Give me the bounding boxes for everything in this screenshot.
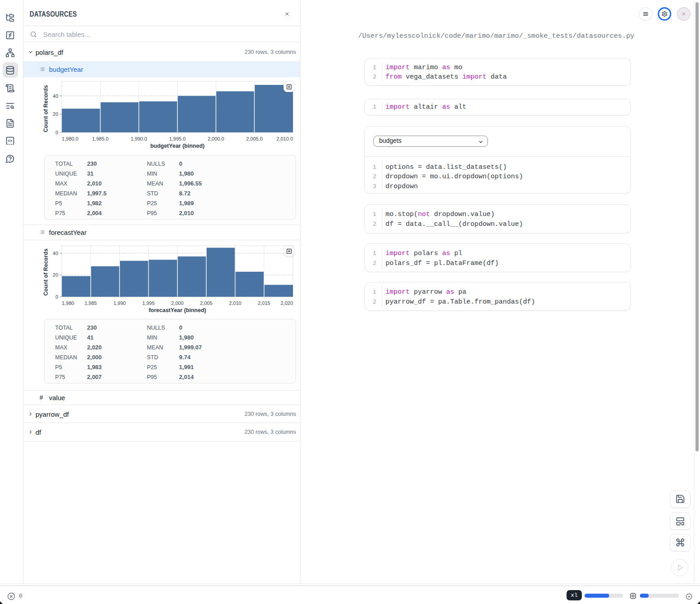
- svg-text:2,010.0: 2,010.0: [276, 136, 293, 141]
- svg-text:1,995: 1,995: [142, 300, 155, 306]
- svg-text:budgetYear (binned): budgetYear (binned): [150, 143, 204, 149]
- svg-text:1,990: 1,990: [113, 300, 126, 306]
- svg-text:1,980.0: 1,980.0: [62, 136, 79, 141]
- svg-text:40: 40: [53, 93, 58, 99]
- svg-text:forecastYear (binned): forecastYear (binned): [149, 307, 206, 313]
- svg-text:2,000: 2,000: [171, 300, 184, 306]
- svg-text:1,990.0: 1,990.0: [131, 136, 147, 141]
- svg-text:0: 0: [55, 294, 58, 300]
- svg-text:20: 20: [53, 272, 58, 278]
- svg-text:1,985.0: 1,985.0: [92, 136, 109, 141]
- svg-text:1,995.0: 1,995.0: [169, 136, 186, 141]
- svg-text:2,000.0: 2,000.0: [208, 136, 224, 141]
- svg-text:2,015: 2,015: [258, 300, 270, 306]
- svg-text:0: 0: [55, 130, 58, 135]
- svg-text:2,005: 2,005: [200, 300, 213, 306]
- svg-text:1,980: 1,980: [62, 300, 75, 306]
- svg-text:40: 40: [53, 251, 58, 256]
- svg-text:1,985: 1,985: [84, 300, 97, 306]
- svg-text:2,010: 2,010: [229, 300, 242, 306]
- svg-text:20: 20: [53, 111, 58, 117]
- svg-text:2,005.0: 2,005.0: [246, 136, 263, 141]
- svg-text:Count of Records: Count of Records: [43, 85, 49, 132]
- svg-text:2,020: 2,020: [280, 300, 293, 306]
- svg-text:Count of Records: Count of Records: [43, 249, 49, 296]
